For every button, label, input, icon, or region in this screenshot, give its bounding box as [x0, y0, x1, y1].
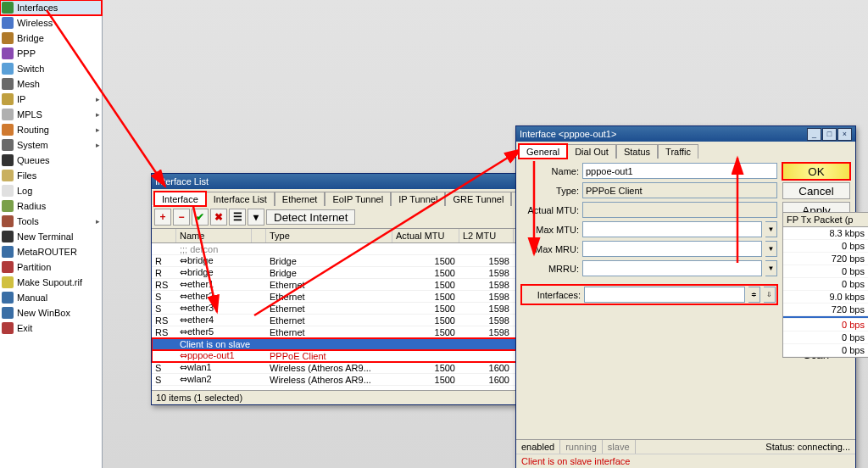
disable-button[interactable]: ✖ [210, 209, 227, 226]
menu-icon [2, 2, 14, 14]
menu-icon [2, 47, 14, 59]
sidebar-item-radius[interactable]: Radius [0, 198, 102, 214]
status-running: running [560, 440, 603, 454]
traffic-cell: 0 bps [783, 319, 868, 332]
cancel-button[interactable]: Cancel [782, 182, 850, 199]
filter-button[interactable]: ▾ [248, 209, 264, 226]
name-field[interactable]: pppoe-out1 [582, 163, 777, 179]
sidebar-item-system[interactable]: System▸ [0, 137, 102, 153]
sidebar-item-label: System [17, 140, 48, 150]
sidebar-item-label: MetaROUTER [17, 247, 77, 257]
column-header[interactable]: Type [266, 229, 392, 242]
tab-ip-tunnel[interactable]: IP Tunnel [391, 192, 445, 206]
interfaces-field[interactable]: bridge-iptv [584, 287, 745, 303]
menu-icon [2, 215, 14, 227]
tab-interface[interactable]: Interface [154, 192, 206, 206]
mrru-dropdown[interactable]: ▼ [765, 260, 777, 276]
sidebar-item-label: Files [17, 170, 36, 181]
status-enabled: enabled [516, 440, 560, 454]
interfaces-dropdown[interactable]: ≑ [748, 287, 760, 303]
column-header[interactable]: Actual MTU [392, 229, 459, 242]
sidebar-item-manual[interactable]: Manual [0, 290, 102, 305]
traffic-cell: 8.3 kbps [783, 227, 868, 240]
actual-mtu-field [582, 202, 777, 218]
sidebar-item-new-winbox[interactable]: New WinBox [0, 305, 102, 320]
traffic-cell: 9.0 kbps [783, 291, 868, 304]
detect-internet-button[interactable]: Detect Internet [266, 209, 355, 225]
status-slave: slave [603, 440, 636, 454]
sidebar-item-metarouter[interactable]: MetaROUTER [0, 244, 102, 259]
menu-icon [2, 124, 14, 136]
sidebar-item-label: PPP [17, 48, 36, 58]
sidebar-item-label: Bridge [17, 33, 44, 43]
menu-icon [2, 78, 14, 90]
sidebar-item-label: New WinBox [17, 308, 70, 318]
sidebar-item-switch[interactable]: Switch [0, 61, 102, 76]
sidebar-item-label: MPLS [17, 109, 42, 120]
pppoe-statusbar: enabled running slave Status: connecting… [516, 439, 855, 454]
menu-icon [2, 32, 14, 44]
interfaces-row: Interfaces: bridge-iptv ≑ ⇩ [521, 285, 777, 304]
sidebar-item-routing[interactable]: Routing▸ [0, 122, 102, 137]
sidebar-item-make-supout-rif[interactable]: Make Supout.rif [0, 275, 102, 290]
dlg-tab-dial-out[interactable]: Dial Out [567, 144, 616, 159]
close-button[interactable]: × [837, 128, 852, 141]
tab-eoip-tunnel[interactable]: EoIP Tunnel [325, 192, 391, 206]
menu-icon [2, 307, 14, 319]
tab-interface-list[interactable]: Interface List [206, 192, 275, 206]
sidebar-item-mpls[interactable]: MPLS▸ [0, 107, 102, 122]
sidebar-item-new-terminal[interactable]: New Terminal [0, 229, 102, 244]
status-connecting: Status: connecting... [760, 440, 855, 454]
menu-icon [2, 63, 14, 75]
workspace: InterfacesWirelessBridgePPPSwitchMeshIP▸… [0, 0, 868, 468]
max-mru-field[interactable] [582, 241, 762, 257]
sidebar-item-label: Switch [17, 64, 44, 74]
chevron-right-icon: ▸ [96, 110, 100, 119]
minimize-button[interactable]: _ [807, 128, 821, 141]
sidebar-item-interfaces[interactable]: Interfaces [0, 0, 102, 15]
sidebar-item-wireless[interactable]: Wireless [0, 15, 102, 31]
dlg-tab-status[interactable]: Status [616, 144, 658, 159]
chevron-right-icon: ▸ [96, 217, 100, 226]
main-sidebar: InterfacesWirelessBridgePPPSwitchMeshIP▸… [0, 0, 103, 468]
dlg-tab-traffic[interactable]: Traffic [658, 144, 698, 159]
add-button[interactable]: + [154, 209, 171, 226]
menu-icon [2, 17, 14, 29]
sidebar-item-files[interactable]: Files [0, 168, 102, 183]
sidebar-item-label: New Terminal [17, 231, 73, 242]
sidebar-item-exit[interactable]: Exit [0, 320, 102, 336]
column-header[interactable]: Name [176, 229, 252, 242]
sidebar-item-ip[interactable]: IP▸ [0, 92, 102, 107]
sidebar-item-tools[interactable]: Tools▸ [0, 214, 102, 229]
mrru-field[interactable] [582, 260, 762, 276]
sidebar-item-label: Radius [17, 201, 46, 211]
sidebar-item-log[interactable]: Log [0, 183, 102, 198]
tab-ethernet[interactable]: Ethernet [275, 192, 326, 206]
max-mtu-field[interactable] [582, 221, 762, 237]
max-mru-dropdown[interactable]: ▼ [765, 241, 777, 257]
ok-button[interactable]: OK [782, 163, 850, 180]
sidebar-item-queues[interactable]: Queues [0, 153, 102, 168]
menu-icon [2, 185, 14, 197]
max-mtu-dropdown[interactable]: ▼ [765, 221, 777, 237]
column-header[interactable]: L2 MTU [459, 229, 514, 242]
maximize-button[interactable]: □ [822, 128, 837, 141]
sidebar-item-label: Wireless [17, 18, 53, 28]
sidebar-item-partition[interactable]: Partition [0, 259, 102, 275]
interfaces-expand[interactable]: ⇩ [764, 287, 776, 303]
tab-gre-tunnel[interactable]: GRE Tunnel [445, 192, 511, 206]
menu-icon [2, 322, 14, 334]
pppoe-dialog-titlebar[interactable]: Interface <pppoe-out1> _ □ × [516, 126, 855, 142]
pppoe-dialog-title: Interface <pppoe-out1> [520, 129, 616, 139]
sidebar-item-bridge[interactable]: Bridge [0, 31, 102, 46]
remove-button[interactable]: − [173, 209, 190, 226]
menu-icon [2, 154, 14, 166]
enable-button[interactable]: ✔ [192, 209, 209, 226]
comment-button[interactable]: ☰ [229, 209, 246, 226]
sidebar-item-ppp[interactable]: PPP [0, 46, 102, 61]
type-field: PPPoE Client [582, 182, 777, 198]
column-header[interactable] [152, 229, 176, 242]
column-header[interactable] [252, 229, 266, 242]
dlg-tab-general[interactable]: General [519, 144, 567, 159]
sidebar-item-mesh[interactable]: Mesh [0, 76, 102, 92]
